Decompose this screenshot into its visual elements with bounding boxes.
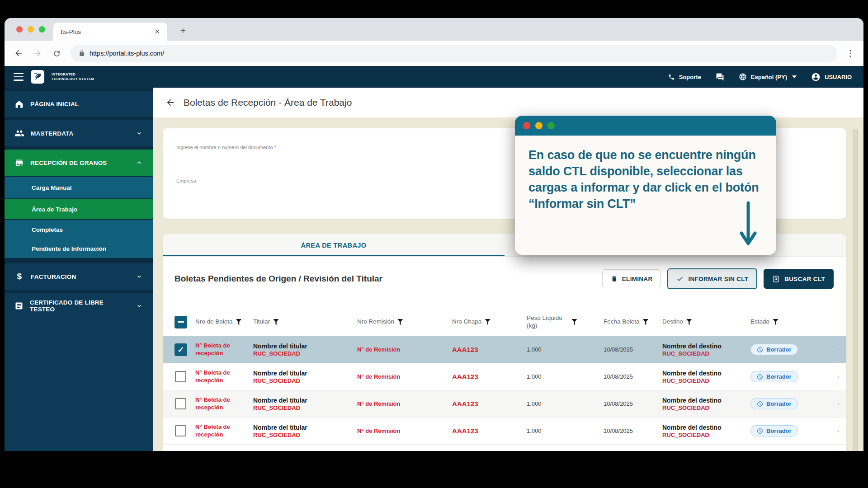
app-logo[interactable] (31, 70, 44, 84)
workspace-card: ÁREA DE TRABAJO Boletas Pendientes de Or… (163, 234, 846, 451)
cell-nro-boleta: N° Boleta de recepción (195, 369, 243, 385)
cell-destino: Nombre del destino RUC_SOCIEDAD (662, 369, 750, 384)
cell-peso: 1.000 (527, 346, 604, 353)
status-badge: Borrador (750, 344, 798, 355)
cell-nro-boleta: N° Boleta de recepción (195, 396, 243, 412)
support-menu[interactable]: Soporte (668, 74, 701, 80)
window-close-button[interactable] (16, 26, 23, 33)
cell-titular: Nombre del titular RUC_SOCIEDAD (253, 423, 357, 438)
select-all-checkbox[interactable] (175, 316, 187, 328)
status-badge: Borrador (750, 425, 798, 436)
cell-fecha: 10/08/2025 (604, 400, 662, 407)
filter-icon[interactable] (485, 319, 491, 325)
url-bar[interactable]: https://portal.its-plus.com/ (71, 45, 837, 62)
filter-icon[interactable] (397, 319, 403, 325)
row-checkbox[interactable] (175, 425, 186, 436)
tab-close-icon[interactable]: ✕ (154, 28, 160, 36)
cell-nro-chapa: AAA123 (452, 373, 527, 380)
sidebar-item-recepcion-de-granos[interactable]: RECEPCIÓN DE GRANOS (5, 150, 153, 176)
browser-tabstrip: Its-Plus ✕ + (5, 18, 863, 41)
sidebar-item-carga-manual[interactable]: Carga Manual (5, 177, 153, 198)
window-minimize-button[interactable] (28, 26, 34, 33)
reload-icon[interactable] (52, 48, 61, 58)
clock-icon (757, 428, 763, 434)
chevron-down-icon (136, 130, 143, 137)
filter-icon[interactable] (571, 319, 577, 325)
sidebar-item-pagina-inicial[interactable]: PÁGINA INICIAL (5, 91, 153, 117)
delete-button[interactable]: ELIMINAR (602, 269, 661, 288)
cell-nro-chapa: AAA123 (452, 427, 527, 435)
document-icon (14, 301, 24, 310)
row-checkbox[interactable] (175, 343, 187, 356)
column-header-peso-liquido[interactable]: Peso Líquido (kg) (527, 314, 604, 329)
cell-nro-remision: N° de Remisión (357, 346, 452, 353)
table-row[interactable]: N° Boleta de recepción Nombre del titula… (163, 418, 846, 445)
sidebar-item-pendiente-de-informacion[interactable]: Pendiente de Información (5, 239, 153, 258)
filter-icon[interactable] (273, 319, 279, 325)
table-row[interactable]: N° Boleta de recepción Nombre del titula… (163, 336, 846, 363)
forward-icon[interactable] (33, 48, 42, 58)
cell-fecha: 10/08/2025 (604, 373, 662, 380)
filter-icon[interactable] (236, 319, 242, 325)
column-header-nro-boleta[interactable]: Nro de Boleta (195, 318, 253, 325)
window-maximize-button[interactable] (39, 26, 45, 33)
chat-icon[interactable] (716, 73, 724, 81)
sidebar-item-area-de-trabajo[interactable]: Área de Trabajo (5, 199, 153, 219)
document-search-icon (772, 275, 780, 283)
sidebar-item-masterdata[interactable]: MASTERDATA (5, 120, 153, 146)
cell-peso: 1.000 (527, 427, 604, 434)
vertical-scrollbar[interactable] (853, 129, 858, 451)
browser-tab[interactable]: Its-Plus ✕ (53, 23, 167, 41)
column-header-destino[interactable]: Destino (662, 318, 750, 325)
check-icon (676, 275, 684, 282)
tab-area-de-trabajo[interactable]: ÁREA DE TRABAJO (163, 234, 505, 256)
chevron-down-icon (136, 273, 143, 280)
browser-menu-icon[interactable]: ⋮ (846, 48, 854, 58)
inform-without-clt-button[interactable]: INFORMAR SIN CLT (667, 268, 757, 289)
row-detail-chevron[interactable]: › (837, 427, 846, 434)
hamburger-menu-icon[interactable] (14, 73, 24, 81)
row-detail-chevron[interactable]: › (837, 400, 846, 407)
table-row[interactable]: N° Boleta de recepción Nombre del titula… (163, 363, 846, 390)
column-header-fecha-boleta[interactable]: Fecha Boleta (604, 318, 662, 325)
filter-icon[interactable] (773, 319, 778, 325)
cell-fecha: 10/08/2025 (604, 346, 662, 353)
cell-nro-remision: N° de Remisión (357, 400, 452, 407)
search-clt-button[interactable]: BUSCAR CLT (764, 269, 834, 289)
column-header-titular[interactable]: Titular (253, 318, 357, 325)
sidebar-item-certificado-de-libre-testeo[interactable]: CERTIFICADO DE LIBRE TESTEO (5, 293, 153, 319)
app-navbar-right: Soporte Español (PY) USUARIO (668, 72, 863, 82)
cell-peso: 1.000 (527, 400, 604, 407)
language-selector[interactable]: Español (PY) (739, 73, 797, 81)
cell-nro-boleta: N° Boleta de recepción (195, 423, 243, 439)
row-detail-chevron[interactable]: › (837, 373, 846, 380)
row-detail-chevron[interactable]: › (837, 346, 846, 353)
row-checkbox[interactable] (175, 371, 186, 382)
cell-fecha: 10/08/2025 (604, 427, 662, 434)
table-row[interactable]: N° Boleta de recepción Nombre del titula… (163, 390, 846, 418)
status-badge: Borrador (750, 398, 798, 409)
cell-estado: Borrador (750, 425, 827, 436)
row-checkbox[interactable] (175, 398, 186, 409)
app-navbar: INTEGRATEDTECHNOLOGY SYSTEM Soporte Espa… (5, 66, 863, 88)
column-header-nro-chapa[interactable]: Nro Chapa (452, 318, 527, 325)
app-logo-text: INTEGRATEDTECHNOLOGY SYSTEM (52, 72, 94, 81)
filter-icon[interactable] (686, 319, 692, 325)
table-header-row: Nro de Boleta Titular Nro Remisión Nro C… (163, 308, 846, 336)
user-menu[interactable]: USUARIO (811, 72, 852, 82)
cell-titular: Nombre del titular RUC_SOCIEDAD (253, 396, 357, 411)
sidebar-item-completas[interactable]: Completas (5, 220, 153, 239)
column-header-nro-remision[interactable]: Nro Remisión (357, 318, 452, 325)
back-arrow-icon[interactable] (165, 98, 175, 108)
chevron-down-icon (792, 75, 797, 78)
callout-minimize-dot (535, 122, 542, 129)
new-tab-button[interactable]: + (177, 25, 189, 37)
cell-nro-boleta: N° Boleta de recepción (195, 342, 243, 357)
filter-icon[interactable] (643, 319, 649, 325)
lock-icon (79, 50, 85, 56)
column-header-estado[interactable]: Estado (750, 318, 827, 325)
sidebar-item-facturacion[interactable]: $ FACTURACIÓN (5, 263, 153, 290)
page-title: Boletas de Recepción - Área de Trabajo (184, 97, 352, 108)
instruction-callout: En caso de que no se encuentre ningún sa… (515, 116, 776, 255)
back-icon[interactable] (14, 48, 24, 58)
